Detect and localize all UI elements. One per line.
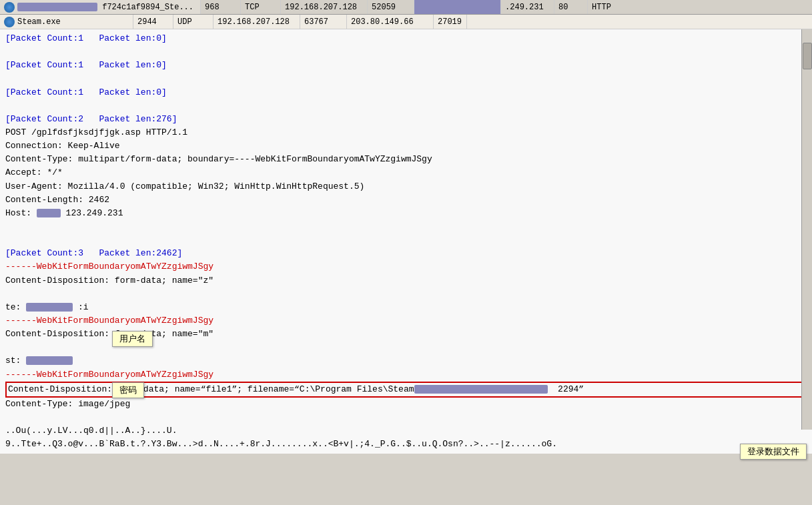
pid-value-1: 968 [205, 3, 220, 12]
password-tooltip-text: 密码 [119, 385, 137, 395]
pid-value-2: 2944 [137, 17, 157, 27]
network-row-1: f724c1af9894_Ste... 968 TCP 192.168.207.… [0, 0, 812, 15]
host-line: Host: 123.249.231 [5, 207, 807, 220]
login-file-tooltip-text: 登录数据文件 [747, 446, 799, 456]
empty-line-6 [5, 288, 807, 301]
process-name-2: Steam.exe [17, 17, 61, 27]
local-port-cell-1: 52059 [368, 0, 414, 14]
main-window: f724c1af9894_Ste... 968 TCP 192.168.207.… [0, 0, 812, 505]
local-ip-cell-1: 192.168.207.128 [281, 0, 368, 14]
st-line: st: [5, 354, 807, 368]
remote-ip-blurred: XXXXXXXXXX [418, 3, 466, 12]
user-agent-line: User-Agent: Mozilla/4.0 (compatible; Win… [5, 180, 807, 193]
packet-line-1: [Packet Count:1 Packet len:0] [5, 32, 807, 45]
connection-line: Connection: Keep-Alive [5, 139, 807, 153]
filename-blurred [414, 385, 548, 394]
boundary-line-1: ------WebKitFormBoundaryomATwYZzgiwmJSgy [5, 260, 807, 274]
blurred-filename: f724c1af9894_Ste... [17, 3, 193, 12]
process-cell-2: Steam.exe [0, 15, 133, 29]
pid-cell-2: 2944 [133, 15, 173, 29]
binary-line-1: ..Ou(...y.LV...q0.d||..A..}....U. [5, 424, 807, 438]
accept-line: Accept: */* [5, 166, 807, 179]
steam-icon-2 [4, 17, 15, 27]
password-tooltip: 密码 [112, 382, 144, 398]
local-port-2: 63767 [304, 17, 328, 27]
te-line: te: :i [5, 301, 807, 314]
content-length-line: Content-Length: 2462 [5, 193, 807, 207]
empty-line-2 [5, 72, 807, 85]
packet-line-2: [Packet Count:1 Packet len:0] [5, 59, 807, 72]
proto2-1: HTTP [592, 3, 611, 12]
proto-cell-2: UDP [173, 15, 214, 29]
empty-line-3 [5, 99, 807, 113]
remote-ip-cell-2: 203.80.149.66 [347, 15, 434, 29]
local-ip-cell-2: 192.168.207.128 [214, 15, 300, 29]
binary-line-2: 9..Tte+..Q3.o@v...B`RaB.t.?.Y3.Bw...>d..… [5, 438, 807, 451]
packet-line-3: [Packet Count:1 Packet len:0] [5, 86, 807, 99]
packet-line-4: [Packet Count:2 Packet len:276] [5, 113, 807, 126]
empty-line-5 [5, 233, 807, 247]
process-cell-1: f724c1af9894_Ste... [0, 0, 201, 14]
local-ip-1: 192.168.207.128 [285, 3, 357, 12]
local-ip-2: 192.168.207.128 [218, 17, 290, 27]
local-port-cell-2: 63767 [300, 15, 347, 29]
empty-line-8 [5, 411, 807, 424]
pid-cell-1: 968 [201, 0, 241, 14]
network-row-2: Steam.exe 2944 UDP 192.168.207.128 63767… [0, 15, 812, 29]
boundary-line-2: ------WebKitFormBoundaryomATwYZzgiwmJSgy [5, 314, 807, 328]
proto-cell-1: TCP [241, 0, 281, 14]
scroll-thumb[interactable] [803, 43, 812, 69]
post-line: POST /gplfdsfjksdjfjgk.asp HTTP/1.1 [5, 126, 807, 139]
remote-partial-cell: .249.231 [501, 0, 554, 14]
local-port-1: 52059 [372, 3, 396, 12]
remote-port-cell-1: 80 [554, 0, 588, 14]
remote-port-cell-2: 27019 [434, 15, 467, 29]
proto-value-2: UDP [177, 17, 192, 27]
remote-ip-2: 203.80.149.66 [351, 17, 414, 27]
username-tooltip: 用户名 [112, 331, 153, 347]
remote-ip-cell-1-blurred: XXXXXXXXXX [414, 0, 501, 14]
login-file-tooltip: 登录数据文件 [740, 444, 807, 460]
content-type-jpeg: Content-Type: image/jpeg [5, 398, 807, 411]
remote-port-2: 27019 [438, 17, 462, 27]
host-blurred [37, 209, 61, 217]
content-disp-1: Content-Disposition: form-data; name="z" [5, 274, 807, 288]
content-type-line: Content-Type: multipart/form-data; bound… [5, 153, 807, 166]
proto2-cell-1: HTTP [588, 0, 641, 14]
remote-port-1: 80 [558, 3, 568, 12]
steam-icon [4, 2, 15, 13]
packet-line-5: [Packet Count:3 Packet len:2462] [5, 247, 807, 260]
proto-value-1: TCP [245, 3, 260, 12]
password-blurred [26, 356, 73, 365]
username-blurred [26, 303, 73, 312]
blurred-name [17, 3, 97, 11]
filename-label: f724c1af9894_Ste... [102, 3, 193, 12]
remote-partial: .249.231 [505, 3, 544, 12]
username-tooltip-text: 用户名 [119, 334, 145, 344]
scrollbar[interactable] [801, 29, 812, 430]
empty-line-1 [5, 45, 807, 59]
boundary-line-3: ------WebKitFormBoundaryomATwYZzgiwmJSgy [5, 368, 807, 382]
empty-line-4 [5, 220, 807, 233]
